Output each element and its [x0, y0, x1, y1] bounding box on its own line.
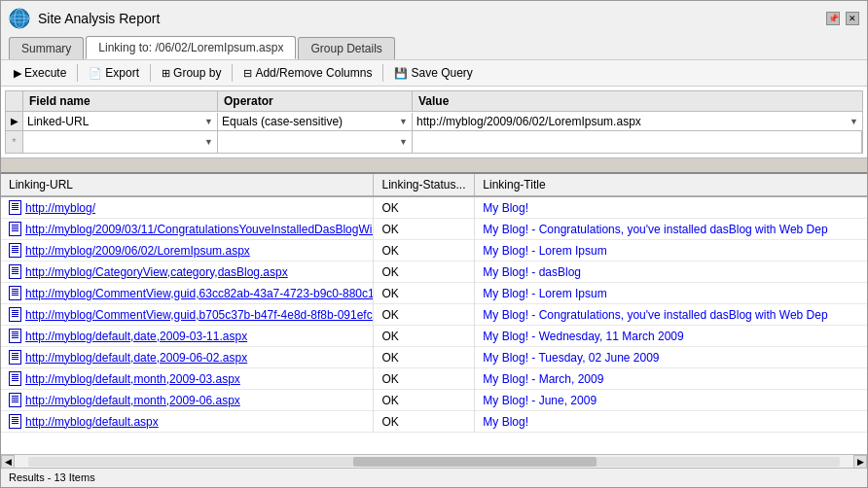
execute-icon: ▶ — [14, 67, 21, 80]
export-icon: 📄 — [89, 67, 102, 80]
tab-linking[interactable]: Linking to: /06/02/LoremIpsum.aspx — [86, 36, 296, 59]
save-icon: 💾 — [394, 67, 408, 80]
value-dropdown-arrow[interactable]: ▼ — [850, 117, 858, 126]
query-field-input[interactable] — [27, 115, 183, 128]
query-operator-cell[interactable]: ▼ — [218, 113, 413, 130]
empty-operator-arrow[interactable]: ▼ — [399, 137, 408, 147]
col-header-title[interactable]: Linking-Title — [475, 174, 867, 196]
query-operator-input[interactable] — [222, 115, 378, 128]
table-row[interactable]: http://myblog/default,month,2009-06.aspx… — [1, 390, 867, 411]
status-text: Results - 13 Items — [9, 471, 95, 483]
window-controls: 📌 ✕ — [826, 12, 859, 25]
query-field-cell[interactable]: ▼ — [23, 113, 218, 130]
close-button[interactable]: ✕ — [846, 12, 859, 25]
add-remove-columns-button[interactable]: ⊟ Add/Remove Columns — [236, 63, 379, 83]
table-row[interactable]: http://myblog/CommentView,guid,63cc82ab-… — [1, 283, 867, 304]
url-link[interactable]: http://myblog/CommentView,guid,63cc82ab-… — [25, 287, 374, 300]
group-by-button[interactable]: ⊞ Group by — [155, 63, 228, 83]
table-row[interactable]: http://myblog/default.aspxOKMy Blog! — [1, 411, 867, 433]
empty-field-cell[interactable]: ▼ — [23, 131, 218, 153]
query-col-operator-header: Operator — [218, 91, 413, 111]
table-row[interactable]: http://myblog/2009/03/11/Congratulations… — [1, 219, 867, 240]
field-dropdown-arrow[interactable]: ▼ — [204, 117, 213, 126]
page-icon — [9, 393, 21, 407]
hscroll-track — [28, 457, 840, 467]
tab-summary[interactable]: Summary — [9, 37, 84, 59]
cell-status: OK — [374, 240, 475, 261]
execute-button[interactable]: ▶ Execute — [7, 63, 73, 83]
table-row[interactable]: http://myblog/default,date,2009-03-11.as… — [1, 326, 867, 347]
table-row[interactable]: http://myblog/default,date,2009-06-02.as… — [1, 347, 867, 368]
query-col-field-header: Field name — [23, 91, 218, 111]
cell-url: http://myblog/2009/06/02/LoremIpsum.aspx — [1, 240, 374, 261]
toolbar: ▶ Execute 📄 Export ⊞ Group by ⊟ Add/Remo… — [1, 59, 867, 87]
group-icon: ⊞ — [162, 67, 170, 80]
empty-row-indicator: * — [6, 131, 23, 153]
url-link[interactable]: http://myblog/default.aspx — [25, 415, 159, 429]
page-icon — [9, 414, 21, 429]
url-link[interactable]: http://myblog/2009/06/02/LoremIpsum.aspx — [25, 244, 250, 258]
cell-status: OK — [374, 368, 475, 390]
cell-status: OK — [374, 219, 475, 240]
title-bar: Site Analysis Report 📌 ✕ — [1, 1, 867, 36]
col-header-status[interactable]: Linking-Status... — [374, 174, 475, 196]
cell-url: http://myblog/CategoryView,category,dasB… — [1, 261, 374, 283]
url-link[interactable]: http://myblog/default,date,2009-06-02.as… — [25, 351, 247, 365]
empty-field-arrow[interactable]: ▼ — [204, 137, 213, 147]
cell-status: OK — [374, 283, 475, 304]
table-row[interactable]: http://myblog/CategoryView,category,dasB… — [1, 261, 867, 283]
url-link[interactable]: http://myblog/CategoryView,category,dasB… — [25, 265, 288, 279]
cell-url: http://myblog/CommentView,guid,63cc82ab-… — [1, 283, 374, 304]
query-data-row: ▶ ▼ ▼ ▼ — [5, 112, 863, 131]
cell-status: OK — [374, 411, 475, 433]
url-link[interactable]: http://myblog/default,date,2009-03-11.as… — [25, 330, 247, 343]
results-header-row: Linking-URL Linking-Status... Linking-Ti… — [1, 174, 867, 196]
page-icon — [9, 200, 21, 215]
hscroll-thumb[interactable] — [353, 457, 597, 467]
cell-url: http://myblog/default,month,2009-06.aspx — [1, 390, 374, 411]
col-header-url[interactable]: Linking-URL — [1, 174, 374, 196]
url-link[interactable]: http://myblog/default,month,2009-06.aspx — [25, 394, 240, 407]
cell-title: My Blog! - Lorem Ipsum — [475, 240, 867, 261]
page-icon — [9, 243, 21, 258]
table-row[interactable]: http://myblog/OKMy Blog! — [1, 196, 867, 219]
main-window: Site Analysis Report 📌 ✕ Summary Linking… — [0, 0, 868, 488]
cell-title: My Blog! - dasBlog — [475, 261, 867, 283]
url-link[interactable]: http://myblog/CommentView,guid,b705c37b-… — [25, 308, 374, 322]
operator-dropdown-arrow[interactable]: ▼ — [399, 117, 408, 126]
url-link[interactable]: http://myblog/default,month,2009-03.aspx — [25, 372, 240, 386]
spacer-area — [1, 158, 867, 172]
page-icon — [9, 307, 21, 322]
sep-1 — [77, 64, 78, 82]
url-link[interactable]: http://myblog/ — [25, 201, 95, 215]
hscroll-left-btn[interactable]: ◀ — [1, 455, 15, 469]
pin-button[interactable]: 📌 — [826, 12, 840, 25]
cell-status: OK — [374, 390, 475, 411]
page-icon — [9, 264, 21, 279]
page-icon — [9, 350, 21, 365]
results-table: Linking-URL Linking-Status... Linking-Ti… — [1, 174, 867, 433]
cell-url: http://myblog/default,month,2009-03.aspx — [1, 368, 374, 390]
cell-url: http://myblog/2009/03/11/Congratulations… — [1, 219, 374, 240]
empty-value-cell[interactable] — [413, 131, 862, 153]
export-button[interactable]: 📄 Export — [82, 63, 146, 83]
cell-url: http://myblog/default,date,2009-06-02.as… — [1, 347, 374, 368]
cell-title: My Blog! - March, 2009 — [475, 368, 867, 390]
empty-operator-cell[interactable]: ▼ — [218, 131, 413, 153]
status-bar: Results - 13 Items — [1, 468, 867, 487]
query-value-input[interactable] — [416, 115, 850, 128]
results-table-container[interactable]: Linking-URL Linking-Status... Linking-Ti… — [1, 174, 867, 454]
cell-title: My Blog! - Tuesday, 02 June 2009 — [475, 347, 867, 368]
tab-group-details[interactable]: Group Details — [298, 37, 394, 59]
query-value-cell[interactable]: ▼ — [413, 113, 862, 130]
table-row[interactable]: http://myblog/CommentView,guid,b705c37b-… — [1, 304, 867, 326]
horizontal-scrollbar[interactable]: ◀ ▶ — [1, 454, 867, 468]
cell-status: OK — [374, 347, 475, 368]
query-header-spacer — [6, 91, 23, 111]
hscroll-right-btn[interactable]: ▶ — [853, 455, 867, 469]
table-row[interactable]: http://myblog/2009/06/02/LoremIpsum.aspx… — [1, 240, 867, 261]
cell-url: http://myblog/ — [1, 196, 374, 219]
table-row[interactable]: http://myblog/default,month,2009-03.aspx… — [1, 368, 867, 390]
url-link[interactable]: http://myblog/2009/03/11/Congratulations… — [25, 223, 374, 236]
save-query-button[interactable]: 💾 Save Query — [387, 63, 479, 83]
